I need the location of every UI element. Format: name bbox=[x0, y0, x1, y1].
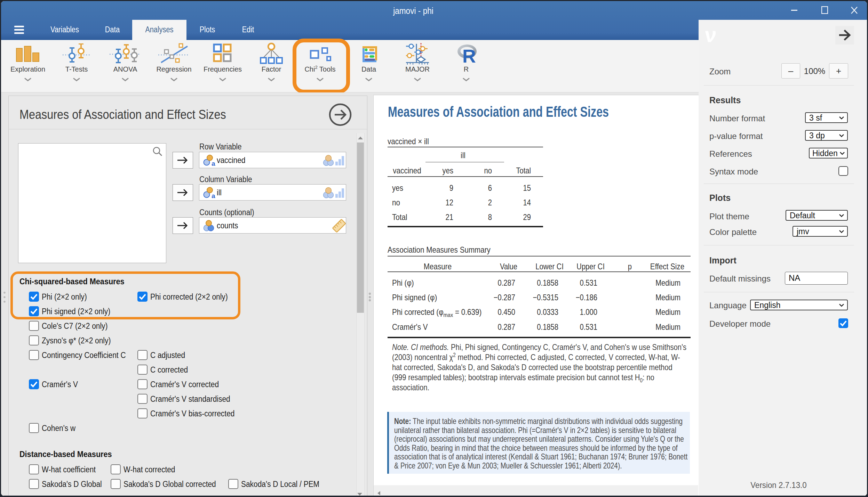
svg-text:a: a bbox=[212, 192, 215, 199]
svg-text:R: R bbox=[462, 46, 476, 64]
svg-text:a: a bbox=[212, 160, 215, 167]
